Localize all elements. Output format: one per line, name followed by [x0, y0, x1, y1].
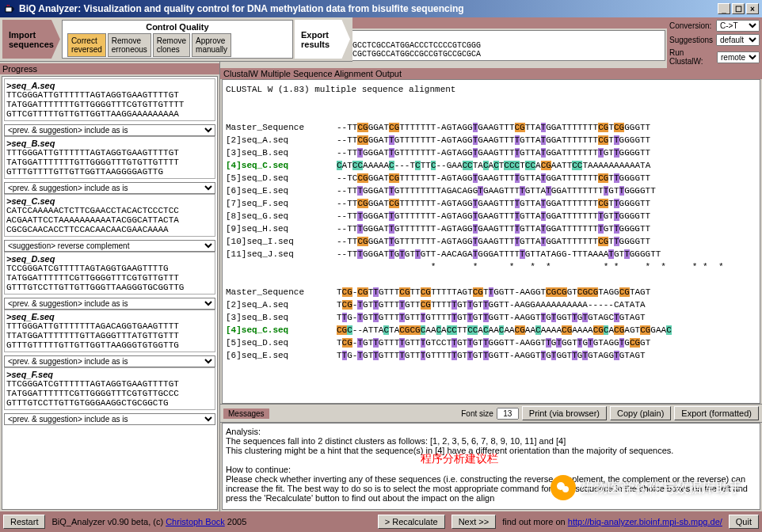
sequence-title: >seq_F.seq — [6, 370, 213, 379]
msg-analysis: Analysis: — [226, 427, 756, 436]
suggestions-label: Suggestions — [669, 36, 713, 44]
author-link[interactable]: Christoph Bock — [166, 517, 225, 526]
font-size-label: Font size — [461, 409, 493, 418]
sequence-line: GTTTGTTTTGTTGTTGGTTAAGGGGAGTTG — [6, 167, 213, 177]
sequence-action-select[interactable]: <prev. & suggestion> include as is — [4, 298, 215, 310]
titlebar: BiQ Analyzer: Visualization and quality … — [0, 0, 762, 17]
sequence-line: GTTTGTCCTTGTTGTGGGAAGGCTGCGGCTG — [6, 398, 213, 408]
quit-button[interactable]: Quit — [729, 515, 759, 529]
alignment-line: [11]seq_J.seq--TTTGGGATTGTGTTGTT-AACAGAT… — [226, 248, 756, 260]
sequence-action-select[interactable]: <prev. & suggestion> include as is — [4, 182, 215, 194]
alignment-line: [6]seq_E.seq--TTTGGGATTGTTTTTTTTAGACAGGT… — [226, 184, 756, 197]
cq-button-1[interactable]: Remove erroneous — [108, 33, 151, 57]
alignment-toolbar: Messages Font size Print (via browser) C… — [220, 404, 762, 423]
maximize-button[interactable]: ☐ — [732, 3, 745, 14]
alignment-line — [226, 96, 756, 108]
sequence-title: >seq_E.seq — [6, 312, 213, 321]
print-button[interactable]: Print (via browser) — [522, 406, 607, 420]
progress-label: Progress — [0, 63, 219, 74]
alignment-line: [2]seq_A.seq--TTCGGGATTGTTTTTTT-AGTAGGTG… — [226, 134, 756, 146]
sequence-item: >seq_F.seqTTCGGGATCGTTTTTTAGTAGGTGAAGTTT… — [4, 367, 215, 410]
sequence-line: ACGAATTCCTAAAAAAAAAATACGGCATTACTA — [6, 215, 213, 225]
nav-import[interactable]: Import sequences — [2, 20, 60, 59]
close-button[interactable]: × — [746, 3, 759, 14]
sequence-line: TTCGGGATCGTTTTTTAGTAGGTGAAGTTTTGT — [6, 379, 213, 389]
alignment-heading: ClustalW Multiple Sequence Alignment Out… — [220, 68, 762, 79]
alignment-line: [7]seq_F.seq--TTCGGGATCGTTTTTTT-AGTAGGTG… — [226, 197, 756, 210]
sequence-line: TATGGATTTTTTTGTTGGGGTTTCGTGTTGTTTT — [6, 100, 213, 109]
font-size-input[interactable] — [497, 408, 519, 420]
alignment-line: Master_SequenceTCG-CGTTGTTTCGTTCGTTTTTAG… — [226, 286, 756, 298]
restart-button[interactable]: Restart — [3, 515, 45, 529]
sequence-line: GTTCGTTTTTGTTGTTGGTTAAGGAAAAAAAAA — [6, 109, 213, 119]
alignment-line: [9]seq_H.seq--TTTGGGATTGTTTTTTT-AGTAGGTG… — [226, 222, 756, 235]
conversion-label: Conversion: — [669, 21, 711, 30]
minimize-button[interactable]: _ — [718, 3, 730, 14]
sequence-line: TTTGGGATTGTTTTTTTAGACAGGTGAAGTTTT — [6, 321, 213, 331]
sequence-action-select[interactable]: <prev. & suggestion> include as is — [4, 413, 215, 425]
sequence-item: >seq_D.seqTCCGGGATCGTTTTTAGTAGGTGAAGTTTT… — [4, 252, 215, 294]
sequence-title: >seq_B.seq — [6, 139, 213, 148]
sequence-line: GTTTGTTTTTGTTGTTGGTTAAGGGTGTGGTTG — [6, 340, 213, 350]
sequence-action-select[interactable]: <prev. & suggestion> include as is — [4, 355, 215, 367]
sequence-line: TTTGGGATTGTTTTTTAGTAGGTGAAGTTTTGT — [6, 148, 213, 158]
sequence-line: CGCGCAACACCTTCCACAACAACGAACAAAA — [6, 225, 213, 234]
alignment-output[interactable]: CLUSTAL W (1.83) multiple sequence align… — [222, 79, 760, 404]
sequence-line: TCCGGGATCGTTTTTAGTAGGTGAAGTTTTG — [6, 264, 213, 273]
alignment-line: CLUSTAL W (1.83) multiple sequence align… — [226, 83, 756, 96]
sequence-item: >seq_B.seqTTTGGGATTGTTTTTTAGTAGGTGAAGTTT… — [4, 136, 215, 179]
sequence-list[interactable]: >seq_A.seqTTCGGGATTGTTTTTTAGTAGGTGAAGTTT… — [2, 76, 218, 510]
suggestions-select[interactable]: default — [716, 34, 760, 46]
sequence-line: CATCCAAAAACTCTTCGAACCTACACTCCCTCC — [6, 206, 213, 215]
msg-clusters: The sequences fall into 2 distinct clust… — [226, 436, 756, 446]
alignment-line: [5]seq_D.seqTCG-TGTTGTTTTGTTTGTCCTTGTTGT… — [226, 336, 756, 349]
sequence-line: TATGGATTTTTTCGTTGGGGTTTCGTGTTGTTT — [6, 273, 213, 283]
alignment-line: [3]seq_B.seq--TTTGGGATTGTTTTTTT-AGTAGGTG… — [226, 146, 756, 159]
nav-export[interactable]: Export results — [295, 20, 350, 59]
nav-control-quality: Control Quality Correct reversedRemove e… — [62, 20, 293, 59]
alignment-line: [10]seq_I.seq--TTCGGGATTGTTTTTTT-AGTAGGT… — [226, 235, 756, 248]
cq-button-0[interactable]: Correct reversed — [67, 33, 106, 57]
alignment-line — [226, 273, 756, 286]
sequence-title: >seq_A.seq — [6, 81, 213, 90]
alignment-line: [4]seq_C.seqCATCCAAAAAC---TCTTC--GAACCTA… — [226, 159, 756, 172]
homepage-link[interactable]: http://biq-analyzer.bioinf.mpi-sb.mpg.de… — [568, 517, 722, 526]
sequence-title: >seq_C.seq — [6, 196, 213, 206]
clustalw-select[interactable]: remote — [717, 51, 760, 63]
alignment-line: [8]seq_G.seq--TTTGGGATTGTTTTTTT-AGTAGGTG… — [226, 210, 756, 222]
copy-button[interactable]: Copy (plain) — [610, 406, 671, 420]
sequence-line: GTTTGTCCTTGTTGTTGGGTTAAGGGTGCGGTTG — [6, 283, 213, 292]
messages-panel[interactable]: Analysis: The sequences fall into 2 dist… — [222, 423, 760, 510]
sequence-item: >seq_A.seqTTCGGGATTGTTTTTTAGTAGGTGAAGTTT… — [4, 78, 215, 121]
sequence-line: TATGGATTTTTTCGTTGGGGTTTCGTGTTGCCC — [6, 389, 213, 398]
footer: Restart BiQ_Analyzer v0.90 beta, (c) Chr… — [0, 511, 762, 532]
sequence-item: >seq_E.seqTTTGGGATTGTTTTTTTAGACAGGTGAAGT… — [4, 310, 215, 352]
conversion-select[interactable]: C->T — [716, 20, 760, 32]
export-button[interactable]: Export (formatted) — [674, 406, 759, 420]
window-title: BiQ Analyzer: Visualization and quality … — [19, 3, 464, 14]
sequence-title: >seq_D.seq — [6, 254, 213, 264]
sequence-line: TTATGGATTTTTTTGTTAGGGTTTATGTTGTTT — [6, 331, 213, 340]
cq-button-3[interactable]: Approve manually — [192, 33, 231, 57]
recalculate-button[interactable]: > Recalculate — [378, 515, 445, 529]
alignment-line: * * * * * * * * * * * * * — [226, 260, 756, 273]
alignment-line: Master_Sequence--TTCGGGATCGTTTTTTT-AGTAG… — [226, 121, 756, 134]
clustalw-label: Run ClustalW: — [669, 48, 717, 66]
alignment-line: [3]seq_B.seqTTG-TGTTGTTTTGTTTGTTTTTGTTGT… — [226, 311, 756, 324]
sequence-line: TTCGGGATTGTTTTTTAGTAGGTGAAGTTTTGT — [6, 90, 213, 100]
svg-rect-0 — [6, 7, 12, 12]
next-button[interactable]: Next >> — [451, 515, 497, 529]
annotation-overlay: 程序分析建议栏 — [421, 452, 498, 466]
version-text: BiQ_Analyzer v0.90 beta, (c) Christoph B… — [51, 517, 246, 526]
sequence-action-select[interactable]: <suggestion> reverse complement — [4, 240, 215, 252]
alignment-line — [226, 108, 756, 121]
cq-button-2[interactable]: Remove clones — [153, 33, 190, 57]
sequence-action-select[interactable]: <prev. & suggestion> include as is — [4, 124, 215, 136]
alignment-line: [4]seq_C.seqCGC--ATTACTACGCGCAACACCTTCCA… — [226, 324, 756, 336]
msg-instructions: Please check whether inverting any of th… — [226, 474, 756, 503]
options-panel: Conversion: C->T Suggestions default Run… — [667, 17, 762, 68]
alignment-line: [5]seq_D.seq--TCCGGGATCGTTTTTTT-AGTAGGTG… — [226, 172, 756, 184]
sequence-line: TATGGATTTTTTTGTTGGGGTTTGTGTTGTTTT — [6, 158, 213, 167]
more-info: find out more on http://biq-analyzer.bio… — [502, 517, 722, 526]
messages-head-inline: Messages — [223, 408, 269, 419]
